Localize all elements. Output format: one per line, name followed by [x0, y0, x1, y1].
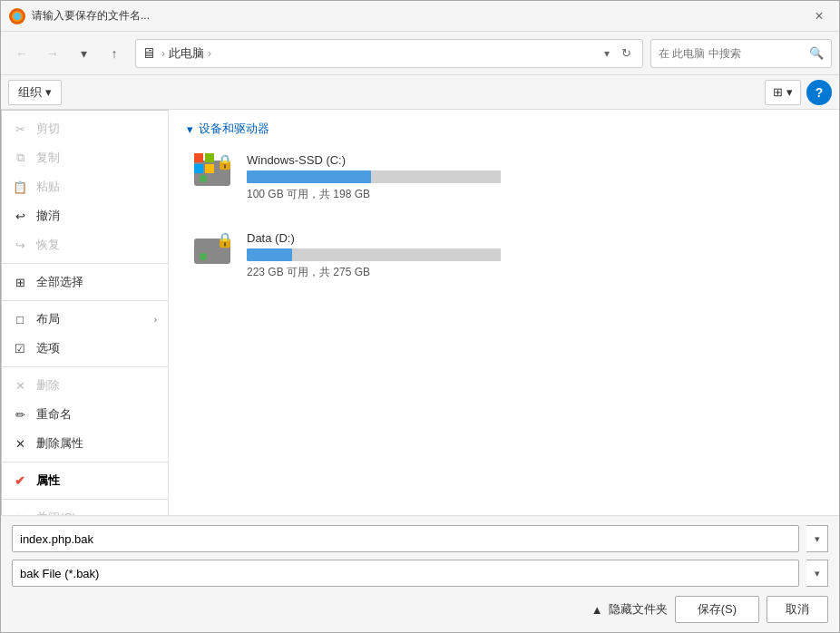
menu-item-copy[interactable]: ⧉ 复制	[2, 143, 168, 172]
options-icon: ☑	[13, 341, 27, 355]
drive-c-fill	[247, 170, 371, 183]
menu-item-rename[interactable]: ✏ 重命名	[2, 400, 168, 429]
search-icon: 🔍	[809, 46, 824, 60]
svg-point-2	[14, 13, 21, 20]
section-collapse-icon: ▾	[187, 122, 193, 136]
menu-item-delete[interactable]: ✕ 删除	[2, 371, 168, 400]
menu-item-undo[interactable]: ↩ 撤消	[2, 201, 168, 230]
menu-label-copy: 复制	[36, 150, 60, 166]
address-dropdown-icon[interactable]: ▾	[604, 47, 610, 60]
close-menu-icon: ✕	[13, 511, 27, 515]
filename-input[interactable]	[12, 525, 799, 552]
dropdown-button[interactable]: ▾	[70, 40, 97, 67]
search-input[interactable]	[659, 47, 806, 60]
sidebar: ✂ 剪切 ⧉ 复制 📋 粘贴 ↩ 撤消 ↪ 恢复	[1, 110, 169, 515]
context-menu: ✂ 剪切 ⧉ 复制 📋 粘贴 ↩ 撤消 ↪ 恢复	[1, 110, 169, 515]
section-devices[interactable]: ▾ 设备和驱动器	[187, 121, 821, 137]
help-label: ?	[816, 85, 824, 100]
cancel-button[interactable]: 取消	[767, 596, 828, 623]
save-button[interactable]: 保存(S)	[675, 596, 759, 623]
dialog-window: 请输入要保存的文件名... × ← → ▾ ↑ 🖥 › 此电脑 › ▾ ↻ 🔍 …	[0, 0, 840, 633]
menu-label-layout: 布局	[36, 311, 60, 327]
breadcrumb-sep1: ›	[161, 47, 165, 60]
svg-rect-4	[205, 153, 214, 162]
redo-icon: ↪	[13, 238, 27, 252]
refresh-button[interactable]: ↻	[615, 43, 637, 64]
layout-arrow-icon: ›	[154, 315, 157, 325]
filetype-row: ▾	[12, 560, 828, 587]
filetype-input[interactable]	[12, 560, 799, 587]
undo-icon: ↩	[13, 209, 27, 223]
menu-separator-2	[2, 300, 168, 301]
menu-item-redo[interactable]: ↪ 恢复	[2, 230, 168, 259]
menu-item-removeattr[interactable]: ✕ 删除属性	[2, 429, 168, 458]
section-label-text: 设备和驱动器	[199, 121, 269, 137]
title-bar: 请输入要保存的文件名... ×	[1, 1, 839, 32]
menu-label-options: 选项	[36, 340, 60, 356]
title-bar-text: 请输入要保存的文件名...	[32, 8, 806, 24]
drive-c-icon: 🔒	[190, 153, 234, 191]
action-buttons-row: ▲ 隐藏文件夹 保存(S) 取消	[12, 596, 828, 623]
menu-label-undo: 撤消	[36, 208, 60, 224]
main-content: ✂ 剪切 ⧉ 复制 📋 粘贴 ↩ 撤消 ↪ 恢复	[1, 110, 839, 515]
drive-d-progress	[247, 248, 501, 261]
back-button[interactable]: ←	[8, 40, 35, 67]
filetype-dropdown-button[interactable]: ▾	[806, 560, 828, 587]
menu-item-properties[interactable]: ✔ 属性	[2, 466, 168, 495]
filename-row: ▾	[12, 525, 828, 552]
menu-label-delete: 删除	[36, 377, 60, 394]
view-button[interactable]: ⊞ ▾	[765, 80, 801, 105]
address-bar[interactable]: 🖥 › 此电脑 › ▾ ↻	[135, 39, 643, 68]
paste-icon: 📋	[13, 180, 27, 194]
bottom-area: ▾ ▾ ▲ 隐藏文件夹 保存(S) 取消	[1, 515, 839, 632]
menu-label-properties: 属性	[36, 472, 60, 489]
drive-c-info: Windows-SSD (C:) 100 GB 可用，共 198 GB	[247, 153, 817, 202]
menu-item-layout[interactable]: □ 布局 ›	[2, 305, 168, 334]
menu-item-selectall[interactable]: ⊞ 全部选择	[2, 268, 168, 297]
menu-separator-5	[2, 499, 168, 500]
drive-d-lock-icon: 🔒	[216, 231, 234, 248]
forward-button[interactable]: →	[39, 40, 66, 67]
menu-label-rename: 重命名	[36, 406, 72, 423]
organize-button[interactable]: 组织 ▾	[8, 80, 62, 105]
view-dropdown-icon: ▾	[786, 85, 793, 99]
view-icon: ⊞	[773, 85, 783, 99]
drive-d-icon: 🔒	[190, 231, 234, 269]
filename-dropdown-button[interactable]: ▾	[806, 525, 828, 552]
svg-rect-3	[194, 153, 203, 162]
drive-c-lock-icon: 🔒	[216, 153, 234, 170]
menu-separator-1	[2, 263, 168, 264]
close-button[interactable]: ×	[806, 4, 832, 29]
rename-icon: ✏	[13, 407, 27, 422]
menu-label-close: 关闭(C)	[36, 510, 76, 515]
menu-label-selectall: 全部选择	[36, 274, 83, 290]
layout-icon: □	[13, 312, 27, 326]
menu-item-cut[interactable]: ✂ 剪切	[2, 114, 168, 143]
drive-c-item[interactable]: 🔒 Windows-SSD (C:) 100 GB 可用，共 198 GB	[187, 148, 821, 208]
menu-label-redo: 恢复	[36, 237, 60, 253]
menu-separator-3	[2, 366, 168, 367]
drive-d-item[interactable]: 🔒 Data (D:) 223 GB 可用，共 275 GB	[187, 226, 821, 286]
hide-folder-button[interactable]: ▲ 隐藏文件夹	[591, 601, 668, 618]
breadcrumb-thispc: 此电脑	[169, 45, 204, 62]
cut-icon: ✂	[13, 122, 27, 136]
svg-rect-5	[194, 164, 203, 173]
delete-icon: ✕	[13, 378, 27, 393]
menu-item-options[interactable]: ☑ 选项	[2, 334, 168, 363]
search-box[interactable]: 🔍	[650, 39, 832, 68]
computer-icon: 🖥	[142, 45, 156, 62]
menu-label-cut: 剪切	[36, 121, 60, 137]
up-button[interactable]: ↑	[101, 40, 128, 67]
menu-separator-4	[2, 462, 168, 463]
navigation-toolbar: ← → ▾ ↑ 🖥 › 此电脑 › ▾ ↻ 🔍	[1, 32, 839, 75]
firefox-icon	[8, 7, 26, 25]
chevron-up-small-icon: ▲	[591, 603, 603, 617]
save-label: 保存(S)	[698, 602, 737, 616]
help-button[interactable]: ?	[806, 80, 832, 105]
menu-item-paste[interactable]: 📋 粘贴	[2, 172, 168, 201]
drive-d-name: Data (D:)	[247, 231, 817, 245]
hide-folder-label: 隐藏文件夹	[609, 601, 668, 618]
menu-item-close[interactable]: ✕ 关闭(C)	[2, 503, 168, 515]
drive-c-stats: 100 GB 可用，共 198 GB	[247, 187, 817, 202]
svg-rect-6	[205, 164, 214, 173]
